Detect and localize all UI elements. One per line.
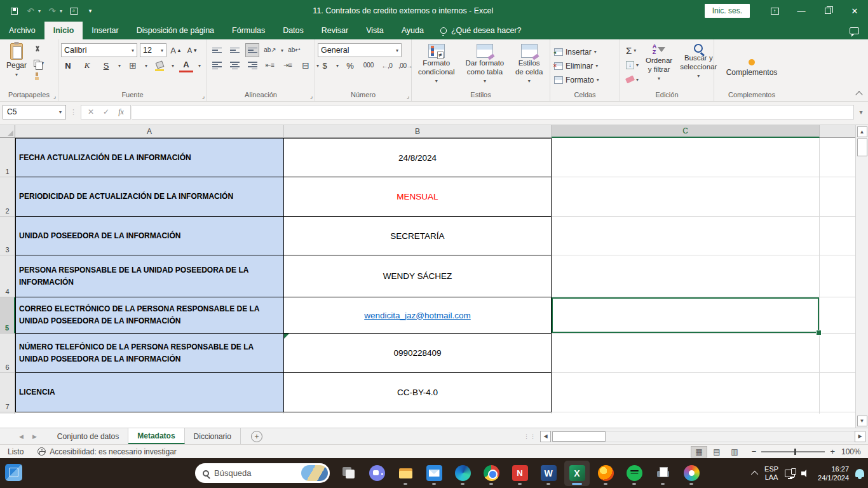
cancel-formula-icon[interactable]: ✕: [88, 107, 94, 116]
align-top-button[interactable]: [210, 43, 224, 57]
alignment-dialog-launcher[interactable]: ⌟: [310, 93, 313, 99]
cell-b1[interactable]: 24/8/2024: [284, 138, 552, 177]
fill-color-button[interactable]: [153, 58, 166, 72]
network-icon[interactable]: [785, 470, 795, 477]
row-header-1[interactable]: 1: [0, 138, 15, 177]
delete-cells-button[interactable]: Eliminar▾: [554, 60, 617, 72]
scroll-up-icon[interactable]: ▲: [857, 126, 867, 137]
paste-button[interactable]: Pegar▾: [3, 42, 31, 79]
tab-formulas[interactable]: Fórmulas: [223, 22, 274, 39]
customize-qat-icon[interactable]: ▾: [85, 6, 95, 16]
fill-color-dropdown-icon[interactable]: ▾: [172, 63, 174, 69]
sign-in-button[interactable]: Inic. ses.: [705, 4, 750, 18]
column-header-a[interactable]: A: [15, 125, 284, 138]
cell-a2[interactable]: PERIODICIDAD DE ACTUALIZACIÓN DE LA INFO…: [15, 177, 284, 217]
cell-b3[interactable]: SECRETARÍA: [284, 217, 552, 255]
cell-b8[interactable]: [284, 412, 552, 414]
row-header-4[interactable]: 4: [0, 255, 15, 297]
tray-expand-icon[interactable]: [751, 470, 758, 477]
row-header-6[interactable]: 6: [0, 334, 15, 373]
comma-format-button[interactable]: 000: [362, 58, 376, 72]
font-size-select[interactable]: 12▾: [140, 43, 166, 57]
font-color-dropdown-icon[interactable]: ▾: [198, 63, 201, 69]
cell-a4[interactable]: PERSONA RESPONSABLE DE LA UNIDAD POSEEDO…: [15, 255, 284, 297]
number-format-select[interactable]: General▾: [318, 43, 402, 57]
row-header-3[interactable]: 3: [0, 217, 15, 255]
align-left-button[interactable]: [210, 58, 224, 72]
align-bottom-button[interactable]: [245, 43, 259, 57]
new-sheet-icon[interactable]: +: [251, 431, 262, 442]
insert-function-icon[interactable]: fx: [118, 107, 124, 117]
row-header-8[interactable]: [0, 412, 15, 414]
redo-dropdown-icon[interactable]: ▾: [60, 8, 62, 14]
sheet-tab-conjunto[interactable]: Conjunto de datos: [48, 428, 128, 444]
autosum-button[interactable]: Σ▾: [624, 44, 641, 56]
tab-datos[interactable]: Datos: [274, 22, 313, 39]
vertical-scrollbar[interactable]: ▲ ▼: [855, 125, 868, 428]
tab-disposicion[interactable]: Disposición de página: [128, 22, 223, 39]
underline-button[interactable]: S: [99, 58, 113, 72]
comments-icon[interactable]: [850, 27, 859, 34]
bold-button[interactable]: N: [61, 58, 75, 72]
column-header-b[interactable]: B: [284, 125, 552, 138]
number-dialog-launcher[interactable]: ⌟: [407, 93, 409, 99]
fill-button[interactable]: ↓▾: [624, 59, 641, 71]
cut-button[interactable]: [32, 44, 46, 55]
chrome-button[interactable]: [478, 461, 504, 486]
shrink-font-button[interactable]: A▼: [186, 43, 200, 57]
enter-formula-icon[interactable]: ✓: [103, 107, 109, 116]
percent-format-button[interactable]: %: [343, 58, 357, 72]
language-indicator[interactable]: ESP LAA: [764, 465, 778, 482]
task-view-button[interactable]: [336, 461, 361, 486]
insert-cells-button[interactable]: Insertar▾: [554, 46, 617, 58]
cell-b4[interactable]: WENDY SÁCHEZ: [284, 255, 552, 297]
sort-filter-button[interactable]: AZ Ordenar y filtrar▾: [642, 42, 676, 81]
cell-c4[interactable]: [552, 255, 820, 297]
cell-a1[interactable]: FECHA ACTUALIZACIÓN DE LA INFORMACIÓN: [15, 138, 284, 177]
underline-dropdown-icon[interactable]: ▾: [118, 63, 121, 69]
page-break-view-button[interactable]: ▥: [726, 446, 743, 458]
edge-button[interactable]: [450, 461, 475, 486]
minimize-button[interactable]: —: [788, 0, 815, 22]
redo-icon[interactable]: ↷: [47, 6, 57, 16]
notifications-icon[interactable]: [855, 469, 864, 477]
copy-button[interactable]: ▾: [32, 57, 46, 69]
tell-me-box[interactable]: ¿Qué desea hacer?: [433, 22, 529, 39]
vertical-scroll-thumb[interactable]: [857, 139, 867, 156]
column-header-c[interactable]: C: [552, 125, 820, 138]
grow-font-button[interactable]: A▲: [169, 43, 183, 57]
row-header-5[interactable]: 5: [0, 297, 15, 334]
firefox-button[interactable]: [593, 461, 618, 486]
volume-button[interactable]: [801, 469, 811, 478]
currency-format-button[interactable]: $: [318, 58, 332, 72]
mail-button[interactable]: [421, 461, 447, 486]
zoom-slider-thumb[interactable]: [794, 449, 796, 455]
conditional-formatting-button[interactable]: Formato condicional▾: [414, 42, 459, 84]
addins-button[interactable]: Complementos: [717, 42, 787, 90]
format-cells-button[interactable]: Formato▾: [554, 74, 617, 86]
search-highlight-image[interactable]: [301, 465, 328, 481]
word-button[interactable]: W: [536, 461, 561, 486]
borders-button[interactable]: ⊞: [126, 58, 140, 72]
align-center-button[interactable]: [227, 58, 241, 72]
spotify-button[interactable]: [621, 461, 647, 486]
clock[interactable]: 16:27 24/1/2024: [818, 464, 849, 482]
cell-b2[interactable]: MENSUAL: [284, 177, 552, 217]
chat-button[interactable]: [364, 461, 390, 486]
email-link[interactable]: wendicita_jaz@hotmail.com: [364, 311, 471, 320]
select-all-corner[interactable]: [0, 125, 15, 138]
sheet-tab-metadatos[interactable]: Metadatos: [128, 428, 184, 444]
increase-indent-button[interactable]: ⇥≡: [281, 58, 295, 72]
ribbon-display-options-button[interactable]: ↑: [761, 0, 788, 22]
undo-icon[interactable]: ↶: [25, 6, 36, 16]
cell-styles-button[interactable]: Estilos de celda▾: [511, 42, 547, 84]
currency-dropdown-icon[interactable]: ▾: [336, 63, 339, 69]
cell-a8[interactable]: [15, 412, 284, 414]
merge-center-button[interactable]: ⊟: [299, 58, 313, 72]
scroll-down-icon[interactable]: ▼: [857, 416, 867, 426]
tab-ayuda[interactable]: Ayuda: [393, 22, 433, 39]
page-layout-view-button[interactable]: ▤: [709, 446, 725, 458]
excel-button[interactable]: X: [564, 461, 590, 486]
sheet-next-icon[interactable]: ▶: [32, 433, 37, 440]
tab-insertar[interactable]: Insertar: [83, 22, 127, 39]
